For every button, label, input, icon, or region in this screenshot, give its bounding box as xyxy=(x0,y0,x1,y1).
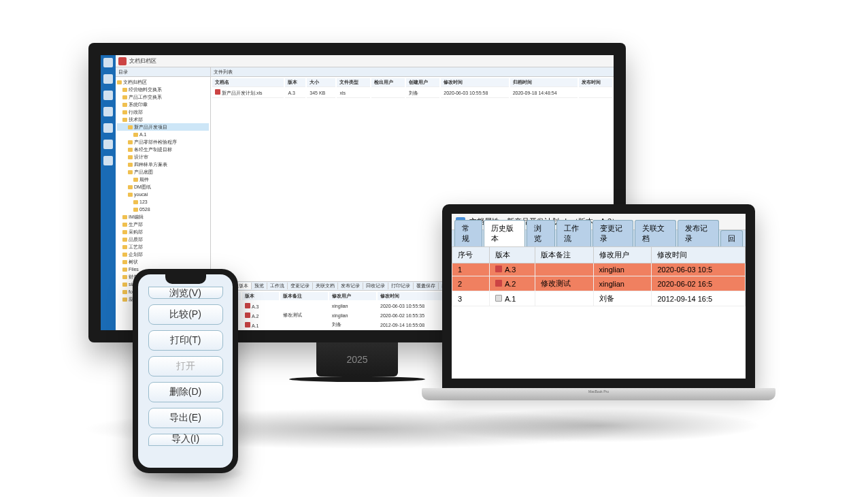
tree-item[interactable]: DM图纸 xyxy=(117,183,209,191)
property-tab[interactable]: 常规 xyxy=(454,220,482,246)
column-header[interactable]: 版本 xyxy=(489,247,535,263)
folder-icon xyxy=(122,275,127,279)
rail-icon[interactable] xyxy=(103,156,113,165)
action-button[interactable]: 浏览(V) xyxy=(148,287,223,299)
tree-item[interactable]: 设计审 xyxy=(117,153,209,161)
property-tab[interactable]: 历史版本 xyxy=(484,220,525,246)
column-header[interactable]: 发布时间 xyxy=(579,78,612,87)
action-button[interactable]: 删除(D) xyxy=(148,382,223,402)
column-header[interactable]: 序号 xyxy=(452,247,490,263)
tree-item[interactable]: 品质部 xyxy=(117,236,209,243)
tree-item[interactable]: 行政部 xyxy=(117,108,209,116)
tree-item[interactable]: youcai xyxy=(117,191,209,198)
table-row[interactable]: 2A.2修改测试xinglian2020-06-02 16:5 xyxy=(452,276,746,291)
table-row[interactable]: 新产品开发计划.xlsA.3345 KBxls刘备2020-06-03 10:5… xyxy=(212,89,612,98)
tree-item[interactable]: 系统印章 xyxy=(117,101,209,108)
property-tab[interactable]: 浏览 xyxy=(527,220,554,246)
version-history-table[interactable]: 序号版本版本备注修改用户修改时间 1A.3xinglian2020-06-03 … xyxy=(452,246,746,306)
folder-icon xyxy=(128,140,133,144)
action-button[interactable]: 导出(E) xyxy=(148,408,223,428)
tree-item[interactable]: 采购部 xyxy=(117,228,209,236)
detail-tab[interactable]: 发布记录 xyxy=(338,283,363,289)
detail-tab[interactable]: 变更记录 xyxy=(288,283,313,289)
column-header[interactable]: 大小 xyxy=(307,78,335,87)
column-header[interactable]: 版本备注 xyxy=(535,247,593,263)
rail-icon[interactable] xyxy=(103,74,113,84)
rail-icon[interactable] xyxy=(103,123,113,133)
action-button[interactable]: 打开 xyxy=(148,356,223,376)
tree-item[interactable]: 树状 xyxy=(117,258,209,266)
tree-item[interactable]: 新产品开发项目 xyxy=(117,123,209,131)
folder-icon xyxy=(117,80,122,84)
column-header[interactable]: 修改时间 xyxy=(441,78,508,87)
rail-icon[interactable] xyxy=(103,140,113,149)
monitor-stand-logo: 2025 xyxy=(316,342,398,376)
folder-icon xyxy=(122,253,127,257)
detail-tab[interactable]: 关联文档 xyxy=(313,283,338,289)
column-header[interactable]: 修改用户 xyxy=(593,247,652,263)
folder-icon xyxy=(128,163,133,167)
action-button[interactable]: 比较(P) xyxy=(148,304,223,325)
tree-item[interactable]: IM编辑 xyxy=(117,213,209,221)
column-header[interactable]: 归档时间 xyxy=(510,78,578,87)
folder-icon xyxy=(122,223,127,227)
column-header[interactable]: 版本 xyxy=(285,78,305,87)
laptop: 文档属性：新产品开发计划.xls（版本：A.3） 常规历史版本浏览工作流变更记录… xyxy=(422,204,775,422)
rail-icon[interactable] xyxy=(103,58,113,67)
folder-icon xyxy=(122,268,127,272)
rail-icon[interactable] xyxy=(103,91,113,100)
detail-tab[interactable]: 回收记录 xyxy=(363,283,388,289)
column-header[interactable]: 文档名 xyxy=(212,78,284,87)
file-table[interactable]: 文档名版本大小文件类型检出用户创建用户修改时间归档时间发布时间 新产品开发计划.… xyxy=(211,77,614,99)
rail-icon[interactable] xyxy=(103,107,113,116)
tree-item[interactable]: 经营物料交换系 xyxy=(117,86,209,93)
tree-item[interactable]: 企划部 xyxy=(117,251,209,258)
property-tab[interactable]: 回 xyxy=(720,230,743,246)
action-button[interactable]: 导入(I) xyxy=(148,434,223,446)
property-tab[interactable]: 发布记录 xyxy=(678,220,719,246)
folder-icon xyxy=(122,215,127,219)
column-header[interactable]: 检出用户 xyxy=(371,78,405,87)
xls-icon xyxy=(245,303,250,308)
table-row[interactable]: 1A.3xinglian2020-06-03 10:5 xyxy=(452,263,746,276)
table-row[interactable]: 3A.1刘备2012-09-14 16:5 xyxy=(452,291,746,306)
detail-tab[interactable]: 工作流 xyxy=(267,283,288,289)
folder-icon xyxy=(122,298,127,302)
tree-item[interactable]: 123 xyxy=(117,198,209,206)
tree-item[interactable]: 产品工作交换系 xyxy=(117,93,209,101)
folder-icon xyxy=(122,230,127,234)
app-titlebar: 文档归档区 xyxy=(116,55,614,67)
detail-tab[interactable]: 预览 xyxy=(252,283,267,289)
tree-item[interactable]: 四种林单方案表 xyxy=(117,161,209,168)
phone: 浏览(V)比较(P)打印(T)打开删除(D)导出(E)导入(I) xyxy=(133,269,238,473)
tree-item[interactable]: 各经生产制提目标 xyxy=(117,146,209,153)
tree-item[interactable]: 产品底图 xyxy=(117,168,209,176)
action-button[interactable]: 打印(T) xyxy=(148,330,223,351)
tree-item[interactable]: 工艺部 xyxy=(117,243,209,251)
xls-icon xyxy=(245,322,250,327)
property-tab[interactable]: 工作流 xyxy=(556,220,591,246)
column-header[interactable]: 修改时间 xyxy=(652,247,746,263)
tree-item[interactable]: 产品零部件检验程序 xyxy=(117,138,209,146)
tree-item[interactable]: 生产部 xyxy=(117,221,209,228)
folder-icon xyxy=(122,283,127,287)
property-tab[interactable]: 变更记录 xyxy=(592,220,634,246)
app-title: 文档归档区 xyxy=(129,57,156,65)
column-header[interactable]: 创建用户 xyxy=(406,78,439,87)
property-tabs[interactable]: 常规历史版本浏览工作流变更记录关联文档发布记录回 xyxy=(452,230,746,246)
app-rail-sidebar xyxy=(101,55,116,330)
folder-icon xyxy=(122,95,127,99)
folder-icon xyxy=(133,200,138,204)
folder-icon xyxy=(128,170,133,174)
tree-item[interactable]: A.1 xyxy=(117,131,209,138)
property-tab[interactable]: 关联文档 xyxy=(635,220,676,246)
tree-item[interactable]: 期件 xyxy=(117,176,209,183)
tree-item[interactable]: 文档归档区 xyxy=(117,78,209,86)
xls-icon xyxy=(245,312,250,318)
detail-tab[interactable]: 打印记录 xyxy=(388,283,414,289)
folder-icon xyxy=(128,155,133,159)
folder-icon xyxy=(122,110,127,114)
tree-item[interactable]: 技术部 xyxy=(117,116,209,123)
tree-item[interactable]: 0528 xyxy=(117,206,209,213)
column-header[interactable]: 文件类型 xyxy=(337,78,370,87)
